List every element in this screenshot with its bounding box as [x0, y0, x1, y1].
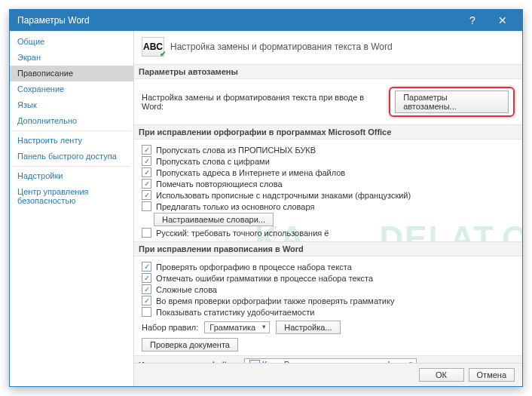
checkbox-label: Пропускать слова с цифрами [156, 157, 270, 166]
checkbox-row: ✓Пропускать слова из ПРОПИСНЫХ БУКВ [142, 144, 515, 155]
cancel-button[interactable]: Отмена [469, 368, 515, 382]
checkbox-label: Пропускать слова из ПРОПИСНЫХ БУКВ [156, 146, 316, 155]
checkbox-label: Отмечать ошибки грамматики в процессе на… [156, 274, 373, 283]
exceptions-file-select[interactable]: W Как в Ворде поставить кавычки.docx [244, 358, 417, 363]
check-icon: ✔ [160, 50, 166, 58]
autocorrect-options-button[interactable]: Параметры автозамены... [395, 91, 509, 113]
checkbox-label: Предлагать только из основного словаря [156, 202, 314, 211]
checkbox-label: Показывать статистику удобочитаемости [156, 308, 314, 317]
ok-button[interactable]: ОК [419, 368, 464, 382]
section-autocorrect-title: Параметры автозамены [134, 64, 522, 79]
checkbox[interactable]: ✓ [142, 273, 151, 283]
checkbox-row: ✓Пропускать слова с цифрами [142, 155, 515, 167]
checkbox[interactable] [142, 201, 151, 211]
recheck-document-button[interactable]: Проверка документа [142, 338, 238, 351]
sidebar-item-display[interactable]: Экран [10, 50, 133, 66]
section-spelling-word-title: При исправлении правописания в Word [134, 241, 522, 256]
sidebar-item-advanced[interactable]: Дополнительно [10, 113, 133, 129]
checkbox-label: Помечать повторяющиеся слова [156, 180, 283, 189]
close-button[interactable]: ✕ [488, 10, 518, 31]
checkbox-row: ✓Пропускать адреса в Интернете и имена ф… [142, 167, 515, 178]
checkbox[interactable]: ✓ [142, 262, 151, 272]
ruleset-label: Набор правил: [142, 323, 198, 332]
checkbox-row: ✓Помечать повторяющиеся слова [142, 178, 515, 189]
ruleset-select[interactable]: Грамматика [204, 321, 270, 333]
page-header: ABC ✔ Настройка замены и форматирования … [142, 35, 515, 61]
sidebar-item-general[interactable]: Общие [10, 34, 133, 50]
checkbox[interactable]: ✓ [142, 284, 151, 294]
checkbox-row: Предлагать только из основного словаря [142, 201, 515, 212]
checkbox[interactable]: ✓ [142, 296, 151, 305]
sidebar: Общие Экран Правописание Сохранение Язык… [10, 31, 134, 386]
checkbox-label: Использовать прописные с надстрочными зн… [156, 191, 411, 200]
highlight-ring: Параметры автозамены... [389, 87, 515, 117]
page-title: Настройка замены и форматирования текста… [170, 41, 393, 52]
sidebar-item-customize-ribbon[interactable]: Настроить ленту [10, 133, 133, 149]
custom-dictionaries-button[interactable]: Настраиваемые словари... [154, 213, 274, 226]
checkbox[interactable]: ✓ [142, 167, 151, 177]
checkbox[interactable]: ✓ [142, 156, 151, 166]
checkbox-label: Пропускать адреса в Интернете и имена фа… [156, 168, 345, 177]
titlebar: Параметры Word ? ✕ [10, 10, 522, 31]
window-title: Параметры Word [17, 15, 457, 26]
ruleset-settings-button[interactable]: Настройка... [276, 321, 340, 334]
section-exceptions: Исключения для файла: W Как в Ворде пост… [134, 355, 522, 363]
dialog-window: Параметры Word ? ✕ Общие Экран Правописа… [9, 9, 523, 387]
checkbox-label: Русский: требовать точного использования… [156, 229, 329, 238]
checkbox[interactable]: ✓ [142, 190, 151, 200]
checkbox[interactable]: ✓ [142, 179, 151, 189]
checkbox-row: ✓Проверять орфографию в процессе набора … [142, 261, 515, 272]
autocorrect-desc: Настройка замены и форматирования текста… [142, 93, 383, 111]
checkbox-row: ✓Использовать прописные с надстрочными з… [142, 189, 515, 201]
exceptions-label: Исключения для файла: [139, 361, 240, 363]
checkbox-russian-yo[interactable] [142, 228, 151, 238]
sidebar-item-addins[interactable]: Надстройки [10, 168, 133, 184]
checkbox-row: ✓Во время проверки орфографии также пров… [142, 295, 515, 306]
sidebar-item-quick-access[interactable]: Панель быстрого доступа [10, 149, 133, 164]
autocorrect-icon: ABC ✔ [142, 37, 164, 57]
separator [13, 130, 130, 131]
dialog-body: Общие Экран Правописание Сохранение Язык… [10, 31, 522, 386]
separator [13, 166, 130, 167]
sidebar-item-proofing[interactable]: Правописание [10, 66, 133, 81]
checkbox[interactable]: ✓ [142, 145, 151, 155]
checkbox-label: Во время проверки орфографии также прове… [156, 296, 394, 305]
footer: ОК Отмена [134, 363, 522, 386]
section-spelling-office-title: При исправлении орфографии в программах … [134, 124, 522, 140]
sidebar-item-trust-center[interactable]: Центр управления безопасностью [10, 184, 133, 209]
checkbox-row: Показывать статистику удобочитаемости [142, 306, 515, 318]
checkbox-row: ✓Сложные слова [142, 284, 515, 295]
checkbox[interactable] [142, 307, 151, 317]
main-panel: KA DELAT.ORG ABC ✔ Настройка замены и фо… [134, 31, 522, 386]
document-icon: W [249, 360, 260, 363]
sidebar-item-language[interactable]: Язык [10, 97, 133, 113]
sidebar-item-save[interactable]: Сохранение [10, 81, 133, 97]
help-button[interactable]: ? [457, 10, 488, 31]
checkbox-row: ✓Отмечать ошибки грамматики в процессе н… [142, 272, 515, 284]
checkbox-label: Сложные слова [156, 285, 217, 294]
checkbox-label: Проверять орфографию в процессе набора т… [156, 262, 352, 272]
